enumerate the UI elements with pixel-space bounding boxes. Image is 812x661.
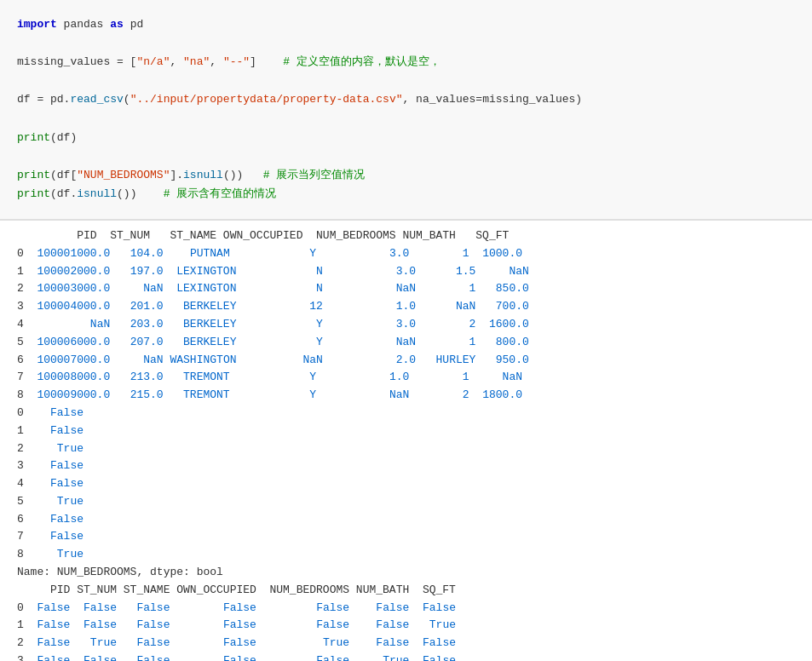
null-series-row-4: 4 False: [17, 475, 795, 493]
table2-row-0: 0 False False False False False False Fa…: [17, 600, 795, 618]
null-series-row-1: 1 False: [17, 422, 795, 440]
code-line-3: missing_values = ["n/a", "na", "--"] # 定…: [17, 53, 795, 72]
table1-row-6: 6 100007000.0 NaN WASHINGTON NaN 2.0 HUR…: [17, 352, 795, 370]
null-series-row-6: 6 False: [17, 511, 795, 529]
table1-row-7: 7 100008000.0 213.0 TREMONT Y 1.0 1 NaN: [17, 369, 795, 387]
code-line-4: [17, 72, 795, 90]
null-series-row-2: 2 True: [17, 440, 795, 458]
null-series-name: Name: NUM_BEDROOMS, dtype: bool: [17, 564, 795, 582]
table2-header: PID ST_NUM ST_NAME OWN_OCCUPIED NUM_BEDR…: [17, 582, 795, 600]
code-line-7: print(df): [17, 129, 795, 147]
null-series-row-7: 7 False: [17, 528, 795, 546]
table1-row-5: 5 100006000.0 207.0 BERKELEY Y NaN 1 800…: [17, 334, 795, 352]
code-section: import pandas as pd missing_values = ["n…: [0, 0, 812, 220]
table2-row-3: 3 False False False False False True Fal…: [17, 652, 795, 661]
output-section: PID ST_NUM ST_NAME OWN_OCCUPIED NUM_BEDR…: [0, 221, 812, 661]
code-line-2: [17, 34, 795, 53]
table2-row-2: 2 False True False False True False Fals…: [17, 635, 795, 652]
code-line-10: print(df.isnull()) # 展示含有空值的情况: [17, 185, 795, 204]
code-line-9: print(df["NUM_BEDROOMS"].isnull()) # 展示当…: [17, 166, 795, 185]
table1-row-2: 2 100003000.0 NaN LEXINGTON N NaN 1 850.…: [17, 280, 795, 298]
code-line-8: [17, 147, 795, 166]
code-line-6: [17, 109, 795, 128]
main-container: import pandas as pd missing_values = ["n…: [0, 0, 812, 661]
code-line-1: import pandas as pd: [17, 15, 795, 34]
table1-row-3: 3 100004000.0 201.0 BERKELEY 12 1.0 NaN …: [17, 298, 795, 316]
null-series-row-8: 8 True: [17, 546, 795, 564]
table1-row-1: 1 100002000.0 197.0 LEXINGTON N 3.0 1.5 …: [17, 263, 795, 281]
table1-row-4: 4 NaN 203.0 BERKELEY Y 3.0 2 1600.0: [17, 316, 795, 334]
table2-row-1: 1 False False False False False False Tr…: [17, 617, 795, 635]
table1-row-0: 0 100001000.0 104.0 PUTNAM Y 3.0 1 1000.…: [17, 245, 795, 263]
table1-header: PID ST_NUM ST_NAME OWN_OCCUPIED NUM_BEDR…: [17, 227, 795, 245]
null-series-row-3: 3 False: [17, 457, 795, 475]
null-series-row-0: 0 False: [17, 405, 795, 422]
table1-row-8: 8 100009000.0 215.0 TREMONT Y NaN 2 1800…: [17, 387, 795, 405]
code-line-5: df = pd.read_csv("../input/propertydata/…: [17, 90, 795, 109]
null-series-row-5: 5 True: [17, 493, 795, 511]
